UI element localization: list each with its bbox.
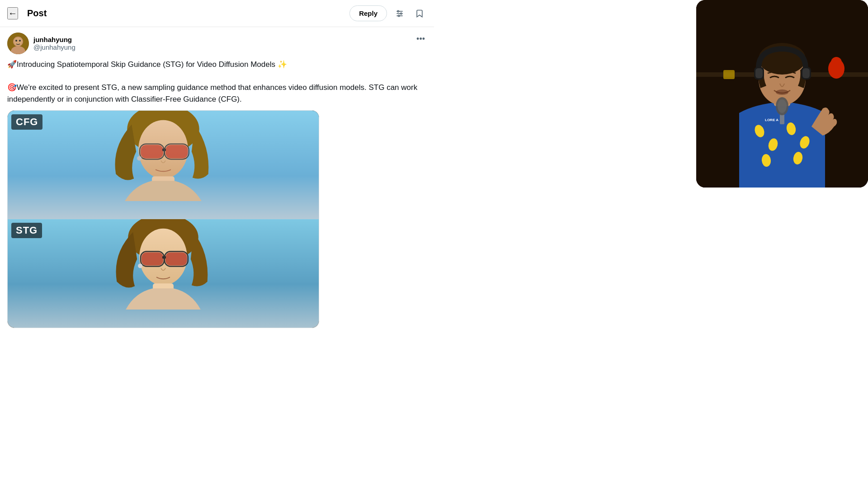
svg-point-54 bbox=[778, 99, 787, 113]
post-text: 🚀Introducing Spatiotemporal Skip Guidanc… bbox=[7, 59, 427, 105]
user-handle: @junhahyung bbox=[33, 43, 75, 51]
adjust-icon bbox=[395, 9, 404, 18]
stg-label: STG bbox=[11, 223, 42, 238]
bookmark-icon-button[interactable] bbox=[412, 6, 427, 21]
svg-rect-15 bbox=[141, 145, 163, 158]
svg-point-4 bbox=[401, 13, 402, 14]
bookmark-icon bbox=[415, 9, 424, 18]
adjust-icon-button[interactable] bbox=[392, 6, 407, 21]
cfg-person-image bbox=[8, 111, 319, 219]
svg-text:LORE A: LORE A bbox=[765, 118, 778, 122]
svg-point-31 bbox=[138, 263, 142, 268]
user-details: junhahyung @junhahyung bbox=[33, 36, 75, 51]
comparison-image: CFG bbox=[8, 111, 319, 328]
header: ← Post Reply bbox=[0, 0, 434, 27]
svg-point-5 bbox=[398, 15, 400, 16]
user-info: junhahyung @junhahyung bbox=[7, 33, 75, 54]
cfg-section: CFG bbox=[8, 111, 319, 219]
svg-rect-26 bbox=[165, 252, 187, 265]
svg-rect-25 bbox=[142, 252, 163, 265]
username: junhahyung bbox=[33, 36, 75, 43]
webcam-overlay: LORE A bbox=[696, 0, 868, 188]
post-text-line2: 🎯We're excited to present STG, a new sam… bbox=[7, 82, 427, 105]
svg-point-11 bbox=[19, 40, 21, 42]
avatar-svg bbox=[7, 33, 29, 54]
avatar-image bbox=[7, 33, 29, 54]
svg-point-3 bbox=[397, 10, 399, 12]
svg-point-21 bbox=[137, 156, 142, 160]
webcam-background: LORE A bbox=[696, 0, 868, 188]
more-options-button[interactable]: ••• bbox=[415, 33, 427, 46]
back-button[interactable]: ← bbox=[7, 7, 18, 19]
avatar bbox=[7, 33, 29, 54]
page-title: Post bbox=[27, 8, 47, 19]
svg-rect-51 bbox=[802, 68, 810, 78]
svg-point-47 bbox=[776, 89, 788, 95]
svg-point-10 bbox=[15, 40, 17, 42]
post-header: junhahyung @junhahyung ••• bbox=[7, 33, 427, 54]
reply-button[interactable]: Reply bbox=[349, 5, 387, 21]
svg-rect-16 bbox=[165, 145, 188, 158]
svg-point-35 bbox=[831, 57, 842, 68]
webcam-scene: LORE A bbox=[696, 0, 868, 188]
stg-person-image bbox=[8, 219, 319, 328]
post-image[interactable]: CFG bbox=[7, 110, 319, 328]
svg-rect-36 bbox=[723, 70, 735, 79]
post-text-line1: 🚀Introducing Spatiotemporal Skip Guidanc… bbox=[7, 59, 427, 70]
svg-rect-50 bbox=[755, 68, 763, 78]
stg-section: STG bbox=[8, 219, 319, 328]
post-container: junhahyung @junhahyung ••• 🚀Introducing … bbox=[0, 27, 434, 333]
main-content: ← Post Reply bbox=[0, 0, 434, 488]
header-right: Reply bbox=[349, 5, 427, 21]
header-left: ← Post bbox=[7, 7, 47, 19]
cfg-label: CFG bbox=[11, 114, 42, 130]
